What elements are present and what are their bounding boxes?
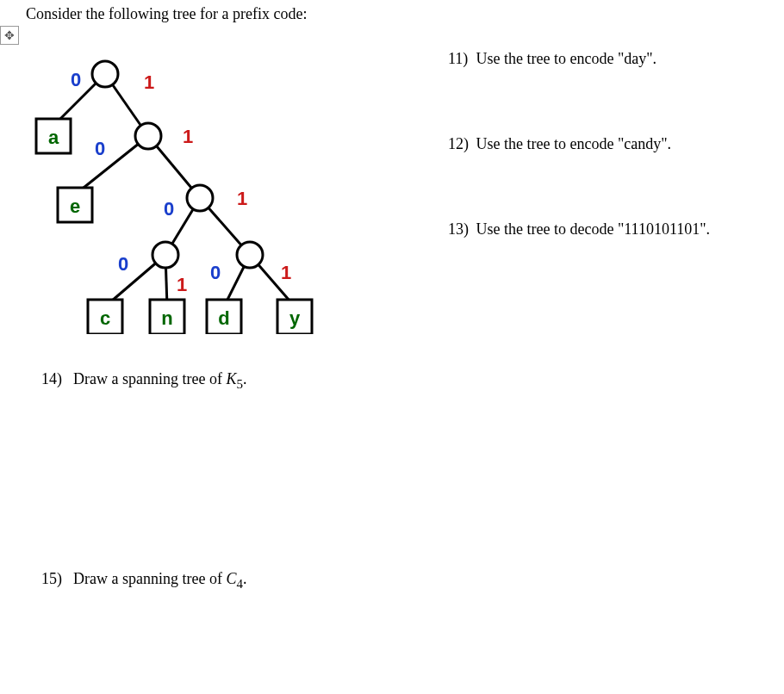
question-15-graph-letter: C bbox=[226, 570, 236, 587]
node-level3 bbox=[187, 185, 213, 211]
question-14-text-before: Draw a spanning tree of bbox=[73, 370, 226, 387]
node-level4-right bbox=[237, 242, 263, 268]
question-13-text: Use the tree to decode "1110101101". bbox=[476, 220, 711, 238]
question-13: 13) Use the tree to decode "1110101101". bbox=[448, 220, 775, 239]
node-root bbox=[92, 61, 118, 87]
question-14-after: . bbox=[243, 370, 247, 387]
question-14-graph-sub: 5 bbox=[236, 377, 243, 391]
question-15-number: 15) bbox=[41, 570, 65, 588]
leaf-d-label: d bbox=[218, 307, 229, 329]
question-11-text: Use the tree to encode "day". bbox=[476, 50, 657, 67]
prefix-code-tree: a e c n d y 0 1 0 1 0 1 0 1 0 1 bbox=[19, 50, 329, 334]
label-l4a-right: 1 bbox=[177, 274, 187, 295]
node-level2 bbox=[135, 123, 161, 149]
leaf-a-label: a bbox=[48, 127, 59, 148]
question-11-number: 11) bbox=[448, 50, 472, 68]
question-15-graph-sub: 4 bbox=[236, 577, 243, 591]
node-level4-left bbox=[152, 242, 178, 268]
question-13-number: 13) bbox=[448, 220, 472, 239]
question-11: 11) Use the tree to encode "day". bbox=[448, 50, 775, 68]
question-15-text-before: Draw a spanning tree of bbox=[73, 570, 226, 587]
move-handle-glyph: ✥ bbox=[4, 28, 15, 43]
label-l4b-right: 1 bbox=[281, 262, 291, 283]
question-14-number: 14) bbox=[41, 370, 65, 388]
label-l4b-left: 0 bbox=[210, 262, 221, 283]
question-15-after: . bbox=[243, 570, 247, 587]
label-root-left: 0 bbox=[71, 69, 81, 90]
leaf-c-label: c bbox=[100, 307, 110, 329]
label-l3-left: 0 bbox=[164, 198, 174, 220]
question-12-text: Use the tree to encode "candy". bbox=[476, 135, 672, 152]
leaf-y-label: y bbox=[289, 307, 301, 329]
question-14-graph-letter: K bbox=[226, 370, 236, 387]
label-l4a-left: 0 bbox=[118, 253, 128, 275]
label-l2-left: 0 bbox=[95, 138, 105, 159]
leaf-n-label: n bbox=[161, 307, 172, 329]
question-12: 12) Use the tree to encode "candy". bbox=[448, 135, 775, 153]
question-12-number: 12) bbox=[448, 135, 472, 153]
label-root-right: 1 bbox=[144, 71, 154, 93]
label-l2-right: 1 bbox=[183, 126, 193, 147]
prompt-text: Consider the following tree for a prefix… bbox=[26, 5, 307, 23]
question-14: 14) Draw a spanning tree of K5. bbox=[41, 370, 246, 392]
question-15: 15) Draw a spanning tree of C4. bbox=[41, 570, 246, 592]
label-l3-right: 1 bbox=[237, 188, 247, 209]
move-handle-icon: ✥ bbox=[0, 26, 19, 45]
leaf-e-label: e bbox=[70, 195, 80, 217]
